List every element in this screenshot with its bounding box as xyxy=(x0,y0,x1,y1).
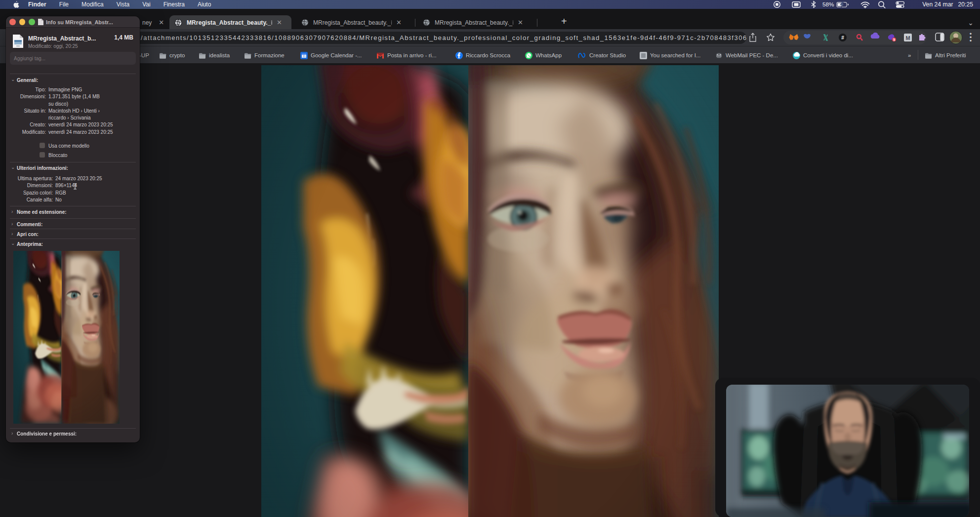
svg-text:#: # xyxy=(841,35,844,40)
svg-text:M: M xyxy=(905,35,910,41)
svg-text:58%: 58% xyxy=(822,1,834,8)
svg-text:31: 31 xyxy=(302,54,306,58)
svg-text:5: 5 xyxy=(893,38,895,42)
